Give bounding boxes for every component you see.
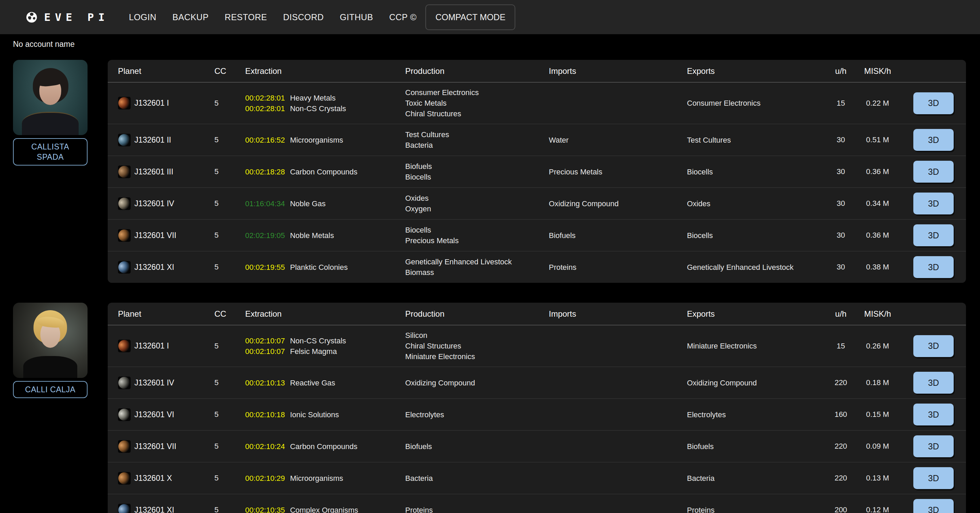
planet-row: J132601 I 5 00:02:28:01Heavy Metals00:02… (108, 83, 966, 124)
command-center-level: 5 (215, 442, 245, 451)
exports-item: Electrolytes (687, 409, 826, 420)
planet-row: J132601 X 5 00:02:10:29Microorganisms Ba… (108, 462, 966, 494)
character-name-button[interactable]: CALLISTA SPADA (13, 138, 88, 166)
character-name-button[interactable]: CALLI CALJA (13, 381, 88, 398)
production-cell: Genetically Enhanced LivestockBiomass (405, 256, 549, 278)
production-cell: Consumer ElectronicsToxic MetalsChiral S… (405, 87, 549, 119)
view-3d-cell: 3D (899, 193, 956, 214)
compact-mode-button[interactable]: COMPACT MODE (425, 5, 515, 30)
nav-item-github[interactable]: GITHUB (340, 12, 373, 22)
imports-item: Proteins (549, 262, 687, 272)
column-header-production: Production (405, 66, 549, 76)
extraction-timer: 02:02:19:05 (245, 230, 285, 241)
view-3d-button[interactable]: 3D (913, 435, 954, 457)
nav-item-discord[interactable]: DISCORD (283, 12, 324, 22)
exports-cell: Bacteria (687, 473, 826, 484)
planet-cell[interactable]: J132601 X (118, 472, 215, 484)
planet-name: J132601 VI (134, 410, 174, 419)
planet-name: J132601 X (134, 474, 172, 483)
planet-cell[interactable]: J132601 IV (118, 198, 215, 210)
production-item: Biofuels (405, 441, 549, 452)
planet-row: J132601 I 5 00:02:10:07Non-CS Crystals00… (108, 325, 966, 366)
app-logo[interactable]: EVE PI (25, 11, 109, 24)
planet-cell[interactable]: J132601 VII (118, 229, 215, 242)
units-per-hour: 15 (826, 342, 856, 350)
nav-item-ccp[interactable]: CCP © (389, 12, 417, 22)
view-3d-button[interactable]: 3D (913, 256, 954, 278)
units-per-hour: 30 (826, 167, 856, 176)
view-3d-button[interactable]: 3D (913, 193, 954, 214)
extraction-resource: Noble Metals (290, 230, 334, 241)
extraction-timer: 00:02:10:35 (245, 505, 285, 513)
view-3d-button[interactable]: 3D (913, 92, 954, 114)
imports-cell: Precious Metals (549, 167, 687, 177)
character-portrait[interactable] (13, 60, 88, 135)
view-3d-button[interactable]: 3D (913, 161, 954, 183)
view-3d-button[interactable]: 3D (913, 225, 954, 246)
globe-icon (25, 11, 38, 24)
units-per-hour: 15 (826, 99, 856, 108)
column-header-planet: Planet (118, 66, 215, 76)
exports-cell: Biocells (687, 167, 826, 177)
units-per-hour: 30 (826, 135, 856, 144)
planet-icon (118, 134, 130, 147)
production-item: Electrolytes (405, 409, 549, 420)
exports-item: Biocells (687, 167, 826, 177)
table-body: J132601 I 5 00:02:28:01Heavy Metals00:02… (108, 83, 966, 283)
planet-icon (118, 472, 130, 484)
exports-item: Miniature Electronics (687, 341, 826, 351)
exports-cell: Biofuels (687, 441, 826, 452)
extraction-resource: Complex Organisms (290, 505, 358, 513)
view-3d-button[interactable]: 3D (913, 499, 954, 513)
view-3d-cell: 3D (899, 129, 956, 151)
planet-row: J132601 XI 5 00:02:10:35Complex Organism… (108, 494, 966, 513)
command-center-level: 5 (215, 199, 245, 208)
extraction-cell: 02:02:19:05Noble Metals (245, 230, 405, 241)
view-3d-button[interactable]: 3D (913, 129, 954, 151)
nav-item-login[interactable]: LOGIN (129, 12, 156, 22)
imports-item: Water (549, 135, 687, 145)
production-cell: SiliconChiral StructuresMiniature Electr… (405, 330, 549, 362)
production-item: Genetically Enhanced Livestock (405, 256, 549, 267)
exports-cell: Oxides (687, 198, 826, 209)
planet-cell[interactable]: J132601 I (118, 339, 215, 352)
production-cell: Bacteria (405, 473, 549, 484)
view-3d-button[interactable]: 3D (913, 403, 954, 425)
planet-name: J132601 IV (134, 199, 174, 208)
extraction-resource: Heavy Metals (290, 93, 336, 103)
production-item: Proteins (405, 505, 549, 513)
character-card: CALLISTA SPADA (13, 60, 88, 166)
production-item: Consumer Electronics (405, 87, 549, 98)
planet-row: J132601 XI 5 00:02:19:55Planktic Colonie… (108, 251, 966, 283)
production-cell: Biofuels (405, 441, 549, 452)
production-cell: BiofuelsBiocells (405, 161, 549, 182)
imports-item: Precious Metals (549, 167, 687, 177)
nav-item-restore[interactable]: RESTORE (225, 12, 267, 22)
column-header-extraction: Extraction (245, 309, 405, 319)
exports-item: Genetically Enhanced Livestock (687, 262, 826, 272)
planet-name: J132601 I (134, 341, 169, 350)
planet-cell[interactable]: J132601 IV (118, 376, 215, 389)
production-item: Chiral Structures (405, 108, 549, 119)
extraction-timer: 00:02:10:18 (245, 409, 285, 420)
app-title: EVE PI (44, 11, 109, 23)
planet-cell[interactable]: J132601 I (118, 97, 215, 110)
planet-cell[interactable]: J132601 II (118, 134, 215, 147)
extraction-timer: 00:02:18:28 (245, 167, 285, 177)
view-3d-button[interactable]: 3D (913, 372, 954, 394)
misk-per-hour: 0.12 M (856, 505, 899, 513)
view-3d-button[interactable]: 3D (913, 467, 954, 489)
production-cell: OxidesOxygen (405, 193, 549, 214)
view-3d-button[interactable]: 3D (913, 335, 954, 357)
character-portrait[interactable] (13, 303, 88, 378)
production-cell: Electrolytes (405, 409, 549, 420)
planet-cell[interactable]: J132601 III (118, 166, 215, 178)
planet-cell[interactable]: J132601 VI (118, 408, 215, 421)
nav-item-backup[interactable]: BACKUP (172, 12, 208, 22)
planet-cell[interactable]: J132601 XI (118, 504, 215, 513)
planet-cell[interactable]: J132601 VII (118, 440, 215, 453)
exports-item: Oxides (687, 198, 826, 209)
extraction-cell: 00:02:28:01Heavy Metals00:02:28:01Non-CS… (245, 93, 405, 114)
column-header-miskh: MISK/h (856, 66, 899, 76)
planet-cell[interactable]: J132601 XI (118, 261, 215, 274)
